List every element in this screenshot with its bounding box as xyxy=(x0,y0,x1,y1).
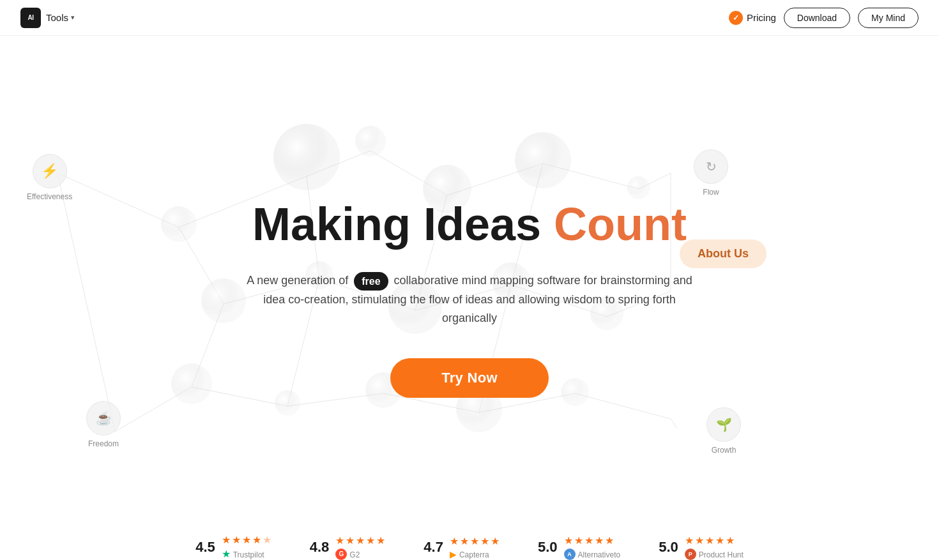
svg-line-24 xyxy=(115,387,192,432)
ratings-bar: 4.5 ★ ★ ★ ★ ★ ★ Trustpilot 4.8 ★ xyxy=(0,521,939,560)
rating-alternativeto: 5.0 ★ ★ ★ ★ ★ A Alternativeto xyxy=(538,534,620,560)
flow-icon: ↻ xyxy=(694,149,728,184)
logo-icon: AI xyxy=(20,8,41,28)
svg-point-38 xyxy=(171,363,212,404)
g2-stars: ★ ★ ★ ★ ★ xyxy=(335,534,385,547)
navbar-right: Pricing Download My Mind xyxy=(729,8,919,28)
rating-producthunt: 5.0 ★ ★ ★ ★ ★ P Product Hunt xyxy=(659,534,744,560)
hero-section: ⚡ Effectiveness ↻ Flow ☕ Freedom 🌱 Growt… xyxy=(0,36,939,560)
alternativeto-icon: A xyxy=(564,549,576,560)
download-button[interactable]: Download xyxy=(784,8,850,28)
svg-line-6 xyxy=(639,173,671,189)
navbar: AI Tools ▾ Pricing Download My Mind xyxy=(0,0,939,36)
rating-trustpilot: 4.5 ★ ★ ★ ★ ★ ★ Trustpilot xyxy=(195,534,271,560)
svg-point-30 xyxy=(355,126,386,156)
svg-line-25 xyxy=(671,419,677,428)
g2-icon: G xyxy=(335,549,347,560)
svg-line-4 xyxy=(447,163,543,195)
svg-line-5 xyxy=(543,163,639,189)
alternativeto-stars: ★ ★ ★ ★ ★ xyxy=(564,534,621,547)
hero-subtitle: A new generation of free collaborative m… xyxy=(246,271,693,328)
pricing-checkmark-icon xyxy=(729,11,743,25)
svg-point-33 xyxy=(201,278,246,323)
float-label-freedom: ☕ Freedom xyxy=(86,401,121,448)
capterra-stars: ★ ★ ★ ★ ★ xyxy=(450,535,500,547)
free-badge: free xyxy=(354,272,388,291)
float-label-flow: ↻ Flow xyxy=(694,149,728,197)
hero-content: Making Ideas Count A new generation of f… xyxy=(246,198,693,397)
freedom-icon: ☕ xyxy=(86,401,121,435)
growth-icon: 🌱 xyxy=(706,407,741,442)
try-now-button[interactable]: Try Now xyxy=(390,358,549,398)
tools-menu-button[interactable]: Tools ▾ xyxy=(46,12,75,23)
trustpilot-icon: ★ xyxy=(222,548,231,560)
trustpilot-stars: ★ ★ ★ ★ ★ xyxy=(222,534,271,546)
producthunt-icon: P xyxy=(685,549,696,560)
svg-line-3 xyxy=(370,151,447,195)
svg-point-41 xyxy=(627,176,650,199)
rating-capterra: 4.7 ★ ★ ★ ★ ★ ▶ Capterra xyxy=(424,535,500,559)
svg-line-7 xyxy=(179,227,224,304)
svg-point-32 xyxy=(161,206,197,242)
effectiveness-icon: ⚡ xyxy=(33,154,67,188)
float-label-growth: 🌱 Growth xyxy=(706,407,741,455)
pricing-button[interactable]: Pricing xyxy=(729,11,776,25)
svg-line-2 xyxy=(307,151,370,176)
rating-g2: 4.8 ★ ★ ★ ★ ★ G G2 xyxy=(310,534,386,560)
hero-title: Making Ideas Count xyxy=(246,198,693,251)
chevron-down-icon: ▾ xyxy=(71,13,75,22)
svg-point-31 xyxy=(515,132,571,188)
float-label-effectiveness: ⚡ Effectiveness xyxy=(27,154,72,201)
svg-line-27 xyxy=(57,173,115,432)
mymind-button[interactable]: My Mind xyxy=(858,8,919,28)
navbar-left: AI Tools ▾ xyxy=(20,8,75,28)
producthunt-stars: ★ ★ ★ ★ ★ xyxy=(685,534,744,547)
capterra-icon: ▶ xyxy=(450,549,457,559)
svg-point-28 xyxy=(273,124,340,190)
svg-line-13 xyxy=(192,304,224,387)
svg-line-0 xyxy=(57,173,179,227)
